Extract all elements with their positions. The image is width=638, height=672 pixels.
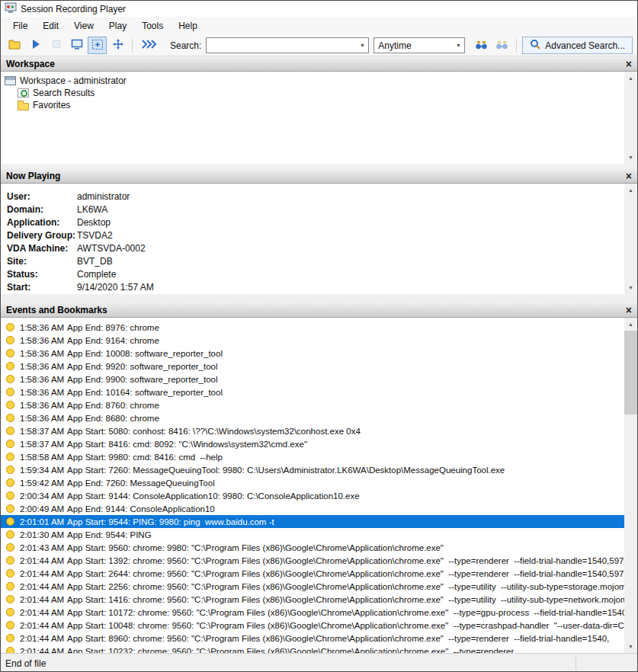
menu-tools[interactable]: Tools: [134, 18, 171, 34]
event-row[interactable]: 2:01:44 AMApp Start: 8960: chrome: 9560:…: [1, 632, 624, 645]
event-row[interactable]: 1:58:36 AMApp End: 8976: chrome: [1, 321, 624, 334]
now-playing-panel: Now Playing × User:administratorDomain:L…: [1, 168, 637, 294]
event-row[interactable]: 1:59:42 AMApp End: 7260: MessageQueuingT…: [1, 476, 624, 489]
pan-button[interactable]: [108, 37, 127, 54]
title-bar: Session Recording Player: [1, 1, 637, 17]
scroll-down-icon[interactable]: ▼: [624, 281, 637, 294]
scroll-down-icon[interactable]: ▼: [624, 151, 637, 164]
toolbar: Search: ▼ Anytime ▼ Advanced Search...: [1, 35, 637, 56]
event-bookmark-icon: [6, 375, 14, 383]
event-row[interactable]: 2:00:49 AMApp End: 9144: ConsoleApplicat…: [1, 502, 624, 515]
close-icon[interactable]: ×: [626, 59, 632, 69]
event-bookmark-icon: [6, 634, 14, 642]
event-row[interactable]: 2:01:44 AMApp Start: 10232: chrome: 9560…: [1, 645, 624, 653]
menu-play[interactable]: Play: [101, 18, 134, 34]
toolbar-separator: [132, 39, 133, 53]
scrollbar-thumb[interactable]: [624, 331, 637, 414]
open-file-button[interactable]: [5, 37, 24, 54]
scroll-up-icon[interactable]: ▲: [624, 184, 637, 197]
menu-file[interactable]: File: [5, 18, 35, 34]
event-text: App Start: 9544: PING: 9980: ping www.ba…: [67, 517, 274, 526]
workspace-scrollbar[interactable]: ▲ ▼: [624, 72, 637, 164]
scroll-down-icon[interactable]: ▼: [624, 640, 637, 653]
event-time: 2:01:44 AM: [20, 647, 67, 654]
now-playing-properties: User:administratorDomain:LK6WAApplicatio…: [1, 184, 624, 294]
event-row[interactable]: 2:01:44 AMApp Start: 2256: chrome: 9560:…: [1, 580, 624, 593]
event-row[interactable]: 2:01:44 AMApp Start: 1416: chrome: 9560:…: [1, 593, 624, 606]
search-down-button[interactable]: [472, 37, 491, 54]
event-bookmark-icon: [6, 466, 14, 474]
event-text: App Start: 10172: chrome: 9560: "C:\Prog…: [67, 608, 624, 617]
event-row[interactable]: 1:58:36 AMApp End: 10164: software_repor…: [1, 386, 624, 398]
event-time: 1:58:37 AM: [20, 440, 67, 449]
advanced-search-label: Advanced Search...: [545, 40, 625, 51]
chevron-down-icon[interactable]: ▼: [452, 43, 464, 48]
menu-help[interactable]: Help: [171, 18, 205, 34]
event-text: App End: 9920: software_reporter_tool: [67, 362, 218, 371]
property-value: BVT_DB: [77, 256, 113, 267]
now-playing-scrollbar[interactable]: ▲ ▼: [624, 184, 637, 294]
event-row[interactable]: 2:01:30 AMApp End: 9544: PING: [1, 528, 624, 541]
panel-splitter[interactable]: [1, 294, 637, 302]
search-results-icon: [18, 88, 29, 98]
event-row[interactable]: 1:58:58 AMApp Start: 9980: cmd: 8416: cm…: [1, 450, 624, 463]
close-icon[interactable]: ×: [626, 305, 632, 315]
stop-button[interactable]: [46, 37, 66, 54]
event-bookmark-icon: [6, 517, 14, 526]
property-value: LK6WA: [77, 204, 107, 215]
event-text: App Start: 9560: chrome: 9980: "C:\Progr…: [67, 543, 444, 552]
time-filter-select[interactable]: Anytime ▼: [374, 37, 465, 53]
scroll-up-icon[interactable]: ▲: [624, 72, 637, 85]
events-scrollbar[interactable]: ▲ ▼: [624, 318, 637, 653]
event-row[interactable]: 1:58:37 AMApp Start: 5080: conhost: 8416…: [1, 424, 624, 437]
event-row[interactable]: 2:01:44 AMApp Start: 10172: chrome: 9560…: [1, 606, 624, 619]
property-row: VDA Machine:AWTSVDA-0002: [7, 242, 624, 254]
event-row[interactable]: 1:58:36 AMApp End: 9164: chrome: [1, 334, 624, 347]
event-row[interactable]: 1:58:37 AMApp Start: 8416: cmd: 8092: "C…: [1, 437, 624, 450]
event-text: App Start: 8416: cmd: 8092: "C:\Windows\…: [67, 440, 307, 449]
event-row[interactable]: 2:00:34 AMApp Start: 9144: ConsoleApplic…: [1, 489, 624, 502]
event-row[interactable]: 1:58:36 AMApp End: 9920: software_report…: [1, 360, 624, 373]
property-label: VDA Machine:: [7, 243, 77, 254]
fast-forward-button[interactable]: [137, 37, 160, 54]
snapshot-button[interactable]: [67, 37, 86, 54]
play-icon: [30, 39, 41, 52]
app-icon: [5, 2, 17, 17]
event-text: App Start: 5080: conhost: 8416: \??\C:\W…: [67, 427, 361, 436]
event-row[interactable]: 1:59:34 AMApp Start: 7260: MessageQueuin…: [1, 463, 624, 476]
event-row[interactable]: 1:58:36 AMApp End: 10008: software_repor…: [1, 347, 624, 360]
search-up-button[interactable]: [492, 37, 511, 54]
event-row[interactable]: 1:58:36 AMApp End: 8680: chrome: [1, 411, 624, 424]
tree-item[interactable]: Workspace - administrator: [5, 75, 624, 87]
events-panel: Events and Bookmarks × 1:58:36 AMApp End…: [1, 302, 637, 653]
event-time: 1:58:37 AM: [20, 427, 67, 436]
event-row[interactable]: 2:01:44 AMApp Start: 10048: chrome: 9560…: [1, 619, 624, 632]
menu-view[interactable]: View: [66, 18, 101, 34]
close-icon[interactable]: ×: [626, 171, 632, 181]
tree-item[interactable]: Favorites: [5, 99, 624, 111]
fit-to-window-button[interactable]: [88, 37, 107, 54]
scroll-up-icon[interactable]: ▲: [624, 318, 637, 331]
magnifier-icon: [530, 39, 540, 52]
event-row[interactable]: 2:01:43 AMApp Start: 9560: chrome: 9980:…: [1, 541, 624, 554]
status-bar-separator: [575, 657, 576, 670]
workspace-icon: [5, 76, 16, 85]
event-text: App End: 10164: software_reporter_tool: [67, 388, 223, 397]
play-button[interactable]: [26, 37, 45, 54]
menu-edit[interactable]: Edit: [35, 18, 66, 34]
event-row[interactable]: 2:01:44 AMApp Start: 2644: chrome: 9560:…: [1, 567, 624, 580]
event-row[interactable]: 1:58:36 AMApp End: 8760: chrome: [1, 398, 624, 411]
event-bookmark-icon: [6, 362, 14, 370]
event-row[interactable]: 1:58:36 AMApp End: 9900: software_report…: [1, 373, 624, 386]
search-input[interactable]: ▼: [206, 37, 369, 53]
event-row[interactable]: 2:01:44 AMApp Start: 1392: chrome: 9560:…: [1, 554, 624, 567]
folder-icon: [18, 103, 29, 110]
advanced-search-button[interactable]: Advanced Search...: [522, 37, 633, 54]
tree-item[interactable]: Search Results: [5, 87, 624, 99]
event-time: 2:01:44 AM: [20, 569, 67, 578]
property-label: Start:: [7, 282, 77, 293]
chevron-down-icon[interactable]: ▼: [356, 43, 368, 48]
property-value: AWTSVDA-0002: [77, 243, 146, 254]
event-row[interactable]: 2:01:01 AMApp Start: 9544: PING: 9980: p…: [1, 515, 624, 528]
events-list: 1:58:36 AMApp End: 8976: chrome1:58:36 A…: [1, 318, 624, 653]
